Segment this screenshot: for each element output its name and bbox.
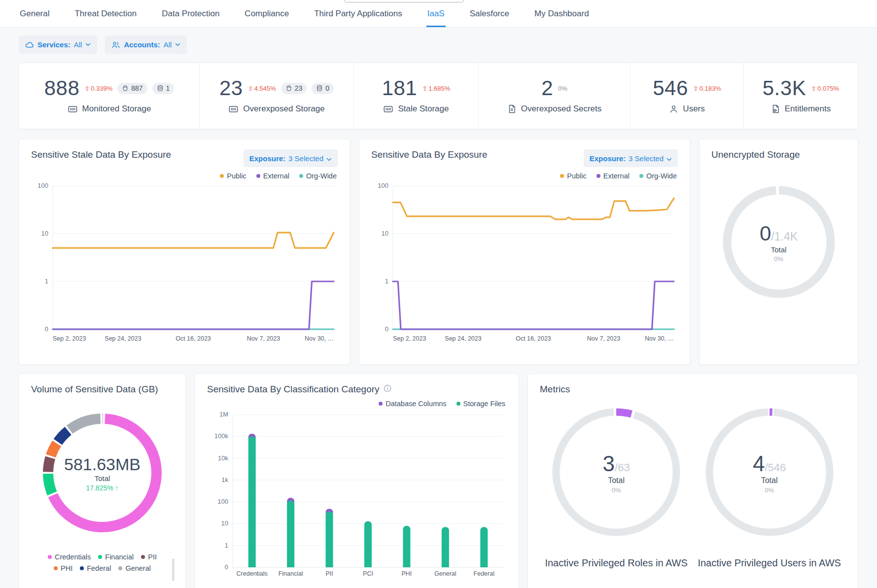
kpi-value: 888 bbox=[44, 78, 80, 99]
accounts-filter-value: All bbox=[164, 40, 172, 49]
svg-text:Nov 30, …: Nov 30, … bbox=[645, 335, 674, 342]
dropdown-value: 3 Selected bbox=[288, 154, 323, 163]
svg-text:Sep 2, 2023: Sep 2, 2023 bbox=[53, 335, 86, 342]
svg-text:General: General bbox=[434, 570, 456, 577]
accounts-filter[interactable]: Accounts: All bbox=[105, 35, 187, 54]
info-icon[interactable] bbox=[384, 384, 391, 395]
kpi-value: 5.3K bbox=[763, 78, 806, 99]
svg-text:PCI: PCI bbox=[363, 570, 373, 577]
tab-salesforce[interactable]: Salesforce bbox=[469, 0, 510, 27]
svg-text:0: 0 bbox=[45, 325, 48, 333]
svg-text:Oct 16, 2023: Oct 16, 2023 bbox=[175, 335, 211, 342]
database-icon bbox=[157, 85, 164, 92]
svg-text:Oct 16, 2023: Oct 16, 2023 bbox=[516, 335, 551, 342]
legend-item-public[interactable]: Public bbox=[560, 172, 587, 180]
tab-third-party-applications[interactable]: Third Party Applications bbox=[313, 0, 403, 27]
legend-item-credentials[interactable]: Credentials bbox=[48, 553, 91, 561]
metric-inactive-privileged-users: 4 /546 Total 0% Inactive Privileged User… bbox=[698, 401, 841, 569]
chart-legend: Database ColumnsStorage Files bbox=[208, 400, 505, 408]
svg-text:Financial: Financial bbox=[279, 570, 303, 577]
kpi-delta: 0.183% bbox=[700, 85, 721, 92]
accounts-filter-label: Accounts: bbox=[124, 40, 160, 49]
card-classification-category: Sensitive Data By Classification Categor… bbox=[195, 374, 519, 588]
legend-scrollbar[interactable] bbox=[172, 558, 175, 581]
legend-item-database-columns[interactable]: Database Columns bbox=[379, 400, 446, 408]
svg-text:PHI: PHI bbox=[402, 570, 412, 577]
kpi-overexposed-secrets: 2 0% Overexposed Secrets bbox=[479, 63, 631, 129]
bucket-count-pill: 23 bbox=[281, 83, 307, 94]
dropdown-label: Exposure: bbox=[590, 154, 626, 163]
legend-item-financial[interactable]: Financial bbox=[98, 553, 134, 561]
top-nav: GeneralThreat DetectionData ProtectionCo… bbox=[0, 0, 877, 28]
legend-dot bbox=[596, 174, 600, 178]
svg-text:10: 10 bbox=[382, 230, 388, 237]
window-drag-handle bbox=[344, 0, 464, 2]
tab-compliance[interactable]: Compliance bbox=[244, 0, 290, 27]
database-count-pill: 1 bbox=[152, 83, 175, 94]
exposure-filter-dropdown[interactable]: Exposure: 3 Selected bbox=[584, 149, 678, 167]
card-title: Metrics bbox=[540, 384, 846, 395]
legend-dot bbox=[48, 555, 52, 559]
svg-text:Federal: Federal bbox=[474, 570, 494, 577]
kpi-label: Users bbox=[683, 104, 704, 114]
unencrypted-storage-donut: 0 /1.4K Total 0% bbox=[715, 178, 843, 308]
legend-item-org-wide[interactable]: Org-Wide bbox=[639, 172, 677, 180]
legend-dot bbox=[299, 174, 303, 178]
kpi-label: Entitlements bbox=[785, 104, 831, 114]
card-title: Unencrypted Storage bbox=[711, 149, 846, 160]
legend-item-external[interactable]: External bbox=[596, 172, 630, 180]
tab-threat-detection[interactable]: Threat Detection bbox=[73, 0, 138, 27]
tab-iaas[interactable]: IaaS bbox=[426, 0, 446, 27]
svg-text:1k: 1k bbox=[221, 476, 228, 484]
up-arrow-icon: ⇧ bbox=[422, 85, 427, 92]
legend-item-pii[interactable]: PII bbox=[141, 553, 157, 561]
legend-item-external[interactable]: External bbox=[256, 172, 289, 180]
chevron-down-icon bbox=[85, 43, 91, 46]
legend-dot bbox=[80, 566, 84, 570]
svg-text:1M: 1M bbox=[219, 411, 228, 418]
sensitive-exposure-line-chart: 1001010Sep 2, 2023Sep 24, 2023Oct 16, 20… bbox=[371, 182, 678, 354]
up-arrow-icon: ⇧ bbox=[248, 85, 253, 92]
filter-bar: Services: All Accounts: All bbox=[19, 35, 877, 54]
kpi-delta: 0.339% bbox=[91, 85, 112, 92]
legend-dot bbox=[118, 566, 122, 570]
svg-text:1: 1 bbox=[45, 277, 48, 285]
storage-icon bbox=[383, 104, 393, 114]
svg-text:100k: 100k bbox=[214, 432, 229, 440]
kpi-label: Overexposed Storage bbox=[243, 104, 324, 114]
legend-dot bbox=[220, 174, 224, 178]
legend-item-phi[interactable]: PHI bbox=[54, 564, 72, 572]
kpi-entitlements: 5.3K ⇧0.075% Entitlements bbox=[744, 63, 858, 129]
exposure-filter-dropdown[interactable]: Exposure: 3 Selected bbox=[244, 149, 338, 167]
legend-item-org-wide[interactable]: Org-Wide bbox=[299, 172, 337, 180]
storage-icon bbox=[228, 104, 239, 114]
svg-text:Sep 2, 2023: Sep 2, 2023 bbox=[393, 335, 426, 342]
legend-item-public[interactable]: Public bbox=[220, 172, 246, 180]
kpi-value: 181 bbox=[382, 78, 418, 99]
legend-dot bbox=[639, 174, 643, 178]
bucket-icon bbox=[122, 85, 129, 92]
svg-text:Nov 7, 2023: Nov 7, 2023 bbox=[587, 335, 620, 342]
legend-item-storage-files[interactable]: Storage Files bbox=[456, 400, 505, 408]
svg-text:Nov 30, …: Nov 30, … bbox=[305, 335, 334, 342]
up-arrow-icon: ⇧ bbox=[693, 85, 699, 92]
card-sensitive-data-by-exposure: Sensitive Data By Exposure Exposure: 3 S… bbox=[359, 139, 690, 365]
classification-bar-chart: 1M100k10k1k1001010CredentialsFinancialPI… bbox=[207, 410, 506, 585]
kpi-value: 23 bbox=[219, 78, 243, 99]
user-icon bbox=[669, 104, 678, 114]
chevron-down-icon bbox=[326, 154, 332, 163]
card-unencrypted-storage: Unencrypted Storage 0 /1.4K Total 0% bbox=[699, 139, 858, 365]
kpi-label: Monitored Storage bbox=[82, 104, 151, 114]
svg-text:Credentials: Credentials bbox=[237, 570, 268, 577]
tab-my-dashboard[interactable]: My Dashboard bbox=[533, 0, 590, 27]
metric-inactive-privileged-roles: 3 /63 Total 0% Inactive Privileged Roles… bbox=[545, 401, 688, 569]
tab-general[interactable]: General bbox=[19, 0, 50, 27]
services-filter-label: Services: bbox=[37, 40, 70, 49]
legend-dot bbox=[98, 555, 102, 559]
legend-item-general[interactable]: General bbox=[118, 564, 151, 572]
legend-dot bbox=[54, 566, 58, 570]
dropdown-value: 3 Selected bbox=[629, 154, 664, 163]
services-filter[interactable]: Services: All bbox=[19, 35, 97, 54]
tab-data-protection[interactable]: Data Protection bbox=[161, 0, 220, 27]
legend-item-federal[interactable]: Federal bbox=[80, 564, 111, 572]
